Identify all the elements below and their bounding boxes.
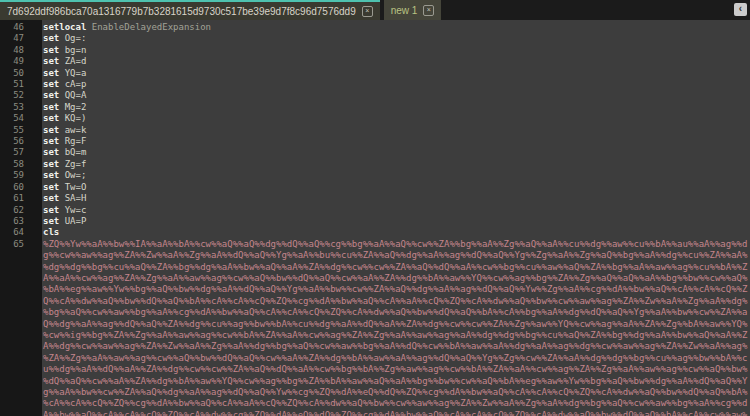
- code-text: cls: [43, 227, 59, 238]
- line-number: 56: [0, 136, 43, 147]
- code-line[interactable]: 62set Yw=c: [0, 205, 750, 216]
- code-line[interactable]: 63set UA=P: [0, 216, 750, 227]
- code-text: set QQ=A: [43, 90, 86, 101]
- code-line[interactable]: 58set Zg=f: [0, 159, 750, 170]
- line-number: 52: [0, 90, 43, 101]
- close-icon[interactable]: ×: [362, 6, 373, 17]
- line-number: 65: [0, 239, 43, 416]
- line-number: 50: [0, 68, 43, 79]
- code-text: set Ow=;: [43, 170, 86, 181]
- code-text: set Zg=f: [43, 159, 86, 170]
- code-line[interactable]: 59set Ow=;: [0, 170, 750, 181]
- code-line[interactable]: 53set Mg=2: [0, 102, 750, 113]
- code-line[interactable]: 46setlocal EnableDelayedExpansion: [0, 22, 750, 33]
- tab-new-1[interactable]: new 1 ×: [384, 0, 442, 20]
- line-number: 62: [0, 205, 43, 216]
- tab-file-hash[interactable]: 7d692ddf986bca70a1316779b7b3281615d9730c…: [0, 0, 380, 20]
- line-number: 46: [0, 22, 43, 33]
- line-number: 54: [0, 113, 43, 124]
- code-text: set cA=p: [43, 79, 86, 90]
- code-text: setlocal EnableDelayedExpansion: [43, 22, 211, 33]
- line-number: 58: [0, 159, 43, 170]
- line-number: 55: [0, 125, 43, 136]
- code-line[interactable]: 55set aw=k: [0, 125, 750, 136]
- line-number: 60: [0, 182, 43, 193]
- tab-label: new 1: [391, 5, 418, 16]
- line-number: 57: [0, 147, 43, 158]
- line-number: 53: [0, 102, 43, 113]
- editor-pane[interactable]: 46setlocal EnableDelayedExpansion47set O…: [0, 20, 750, 416]
- code-line[interactable]: 60set Tw=O: [0, 182, 750, 193]
- code-line[interactable]: 49set ZA=d: [0, 56, 750, 67]
- code-text: set SA=H: [43, 193, 86, 204]
- line-number: 59: [0, 170, 43, 181]
- code-line[interactable]: 51set cA=p: [0, 79, 750, 90]
- code-line[interactable]: 57set bQ=m: [0, 147, 750, 158]
- code-line[interactable]: 65%ZQ%%Yw%%aA%%bw%%IA%%aA%%bA%%cw%%aQ%%a…: [0, 239, 750, 416]
- line-number: 61: [0, 193, 43, 204]
- code-line[interactable]: 50set YQ=a: [0, 68, 750, 79]
- line-number: 47: [0, 33, 43, 44]
- close-icon[interactable]: ×: [423, 5, 434, 16]
- tab-label: 7d692ddf986bca70a1316779b7b3281615d9730c…: [7, 6, 356, 17]
- code-text: set Yw=c: [43, 205, 86, 216]
- code-line[interactable]: 52set QQ=A: [0, 90, 750, 101]
- code-line[interactable]: 54set KQ=): [0, 113, 750, 124]
- tab-bar: 7d692ddf986bca70a1316779b7b3281615d9730c…: [0, 0, 750, 20]
- code-line[interactable]: 48set bg=n: [0, 45, 750, 56]
- code-text: set KQ=): [43, 113, 86, 124]
- code-text: set Og=:: [43, 33, 86, 44]
- code-text: set Tw=O: [43, 182, 86, 193]
- line-number: 63: [0, 216, 43, 227]
- code-text: set ZA=d: [43, 56, 86, 67]
- line-number: 64: [0, 227, 43, 238]
- code-line[interactable]: 47set Og=:: [0, 33, 750, 44]
- code-text: set YQ=a: [43, 68, 86, 79]
- code-text: set Mg=2: [43, 102, 86, 113]
- code-text: set bQ=m: [43, 147, 86, 158]
- line-number: 49: [0, 56, 43, 67]
- code-lines: 46setlocal EnableDelayedExpansion47set O…: [0, 22, 750, 416]
- code-text: set bg=n: [43, 45, 86, 56]
- code-line[interactable]: 56set Rg=F: [0, 136, 750, 147]
- obfuscated-variable-text: %ZQ%%Yw%%aA%%bw%%IA%%aA%%bA%%cw%%aQ%%aQ%…: [43, 239, 750, 416]
- line-number: 51: [0, 79, 43, 90]
- code-text: set UA=P: [43, 216, 86, 227]
- code-text: set aw=k: [43, 125, 86, 136]
- code-line[interactable]: 61set SA=H: [0, 193, 750, 204]
- code-text: set Rg=F: [43, 136, 86, 147]
- tab-list-chevron-button[interactable]: ‹: [734, 3, 747, 16]
- line-number: 48: [0, 45, 43, 56]
- code-line[interactable]: 64cls: [0, 227, 750, 238]
